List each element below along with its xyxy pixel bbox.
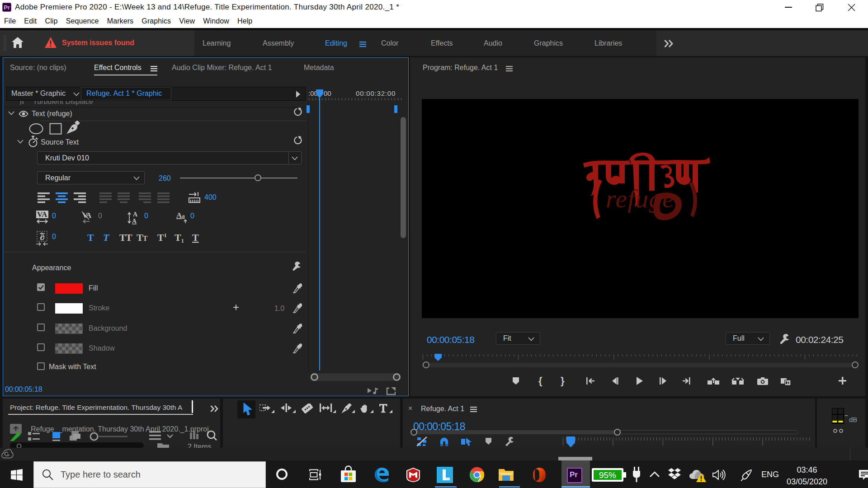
svg-text:A: A <box>133 211 138 218</box>
svg-text:T1: T1 <box>157 232 167 243</box>
svg-text:TT: TT <box>119 232 132 243</box>
svg-text:TT: TT <box>137 232 148 243</box>
svg-text:}: } <box>561 376 565 386</box>
svg-text:T: T <box>87 232 94 243</box>
svg-text:95%: 95% <box>599 470 616 480</box>
svg-text:{: { <box>538 376 542 386</box>
svg-text:refuge: refuge <box>606 184 675 213</box>
svg-text:Aa: Aa <box>176 211 185 220</box>
svg-text:T: T <box>192 232 199 243</box>
svg-text:VA: VA <box>82 211 92 220</box>
svg-text:VA: VA <box>37 211 47 219</box>
svg-text:T: T <box>103 232 110 243</box>
svg-text:A: A <box>132 218 137 225</box>
svg-text:T1: T1 <box>175 232 184 244</box>
